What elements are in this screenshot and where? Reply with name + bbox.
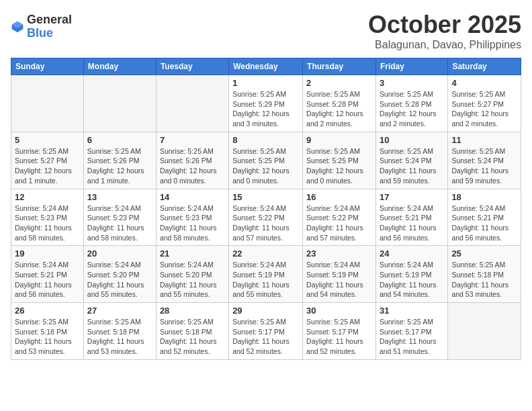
week-row-1: 1Sunrise: 5:25 AM Sunset: 5:29 PM Daylig… — [11, 75, 521, 132]
calendar-cell — [11, 75, 84, 132]
day-number: 27 — [87, 306, 152, 316]
calendar-cell: 13Sunrise: 5:24 AM Sunset: 5:23 PM Dayli… — [83, 189, 156, 246]
day-number: 18 — [451, 192, 517, 202]
calendar-cell — [448, 303, 521, 360]
day-number: 10 — [380, 135, 444, 145]
day-info: Sunrise: 5:25 AM Sunset: 5:25 PM Dayligh… — [306, 146, 372, 186]
day-number: 14 — [160, 192, 225, 202]
calendar-cell: 16Sunrise: 5:24 AM Sunset: 5:22 PM Dayli… — [303, 189, 376, 246]
calendar-cell: 19Sunrise: 5:24 AM Sunset: 5:21 PM Dayli… — [11, 246, 84, 303]
day-number: 7 — [160, 135, 225, 145]
calendar-cell: 7Sunrise: 5:25 AM Sunset: 5:26 PM Daylig… — [156, 132, 228, 189]
calendar-cell: 6Sunrise: 5:25 AM Sunset: 5:26 PM Daylig… — [83, 132, 156, 189]
day-info: Sunrise: 5:24 AM Sunset: 5:21 PM Dayligh… — [15, 260, 80, 300]
week-row-5: 26Sunrise: 5:25 AM Sunset: 5:18 PM Dayli… — [11, 303, 521, 360]
day-number: 25 — [451, 248, 517, 259]
day-number: 21 — [160, 248, 225, 259]
calendar-cell: 26Sunrise: 5:25 AM Sunset: 5:18 PM Dayli… — [11, 303, 84, 360]
calendar-cell: 12Sunrise: 5:24 AM Sunset: 5:23 PM Dayli… — [11, 189, 84, 246]
calendar-cell: 5Sunrise: 5:25 AM Sunset: 5:27 PM Daylig… — [11, 132, 84, 189]
calendar-cell: 14Sunrise: 5:24 AM Sunset: 5:23 PM Dayli… — [156, 189, 228, 246]
calendar-cell: 4Sunrise: 5:25 AM Sunset: 5:27 PM Daylig… — [448, 75, 521, 132]
day-info: Sunrise: 5:25 AM Sunset: 5:29 PM Dayligh… — [232, 89, 299, 129]
day-info: Sunrise: 5:25 AM Sunset: 5:28 PM Dayligh… — [306, 89, 372, 129]
day-number: 26 — [15, 306, 80, 316]
day-number: 24 — [380, 248, 444, 259]
day-number: 13 — [87, 192, 152, 202]
day-number: 9 — [306, 135, 372, 145]
weekday-header-friday: Friday — [375, 58, 447, 75]
day-info: Sunrise: 5:25 AM Sunset: 5:27 PM Dayligh… — [451, 89, 517, 129]
day-info: Sunrise: 5:25 AM Sunset: 5:28 PM Dayligh… — [380, 89, 444, 129]
day-number: 11 — [451, 135, 517, 145]
day-info: Sunrise: 5:24 AM Sunset: 5:22 PM Dayligh… — [232, 203, 299, 243]
weekday-header-monday: Monday — [83, 58, 156, 75]
calendar-cell: 18Sunrise: 5:24 AM Sunset: 5:21 PM Dayli… — [448, 189, 521, 246]
weekday-header-tuesday: Tuesday — [156, 58, 228, 75]
day-info: Sunrise: 5:25 AM Sunset: 5:24 PM Dayligh… — [380, 146, 444, 186]
calendar-cell: 1Sunrise: 5:25 AM Sunset: 5:29 PM Daylig… — [229, 75, 303, 132]
day-info: Sunrise: 5:25 AM Sunset: 5:27 PM Dayligh… — [15, 146, 80, 186]
calendar-cell: 20Sunrise: 5:24 AM Sunset: 5:20 PM Dayli… — [83, 246, 156, 303]
day-info: Sunrise: 5:25 AM Sunset: 5:18 PM Dayligh… — [451, 260, 517, 300]
day-info: Sunrise: 5:24 AM Sunset: 5:19 PM Dayligh… — [380, 260, 444, 300]
logo-general-text: General — [27, 13, 72, 27]
weekday-header-row: SundayMondayTuesdayWednesdayThursdayFrid… — [11, 58, 521, 75]
week-row-3: 12Sunrise: 5:24 AM Sunset: 5:23 PM Dayli… — [11, 189, 521, 246]
calendar-cell — [156, 75, 228, 132]
day-info: Sunrise: 5:24 AM Sunset: 5:20 PM Dayligh… — [160, 260, 225, 300]
day-number: 4 — [451, 78, 517, 88]
weekday-header-saturday: Saturday — [448, 58, 521, 75]
day-info: Sunrise: 5:25 AM Sunset: 5:17 PM Dayligh… — [232, 317, 299, 357]
calendar-cell: 9Sunrise: 5:25 AM Sunset: 5:25 PM Daylig… — [303, 132, 376, 189]
calendar-cell: 22Sunrise: 5:24 AM Sunset: 5:19 PM Dayli… — [229, 246, 303, 303]
week-row-2: 5Sunrise: 5:25 AM Sunset: 5:27 PM Daylig… — [11, 132, 521, 189]
calendar-cell: 31Sunrise: 5:25 AM Sunset: 5:17 PM Dayli… — [375, 303, 447, 360]
day-info: Sunrise: 5:25 AM Sunset: 5:18 PM Dayligh… — [87, 317, 152, 357]
day-number: 8 — [232, 135, 299, 145]
calendar-cell: 29Sunrise: 5:25 AM Sunset: 5:17 PM Dayli… — [229, 303, 303, 360]
calendar-cell: 23Sunrise: 5:24 AM Sunset: 5:19 PM Dayli… — [303, 246, 376, 303]
calendar-cell: 8Sunrise: 5:25 AM Sunset: 5:25 PM Daylig… — [229, 132, 303, 189]
calendar-cell: 30Sunrise: 5:25 AM Sunset: 5:17 PM Dayli… — [303, 303, 376, 360]
weekday-header-wednesday: Wednesday — [229, 58, 303, 75]
day-number: 31 — [380, 306, 444, 316]
calendar-cell: 27Sunrise: 5:25 AM Sunset: 5:18 PM Dayli… — [83, 303, 156, 360]
calendar-cell: 17Sunrise: 5:24 AM Sunset: 5:21 PM Dayli… — [375, 189, 447, 246]
title-area: October 2025 Balagunan, Davao, Philippin… — [368, 11, 521, 51]
day-number: 5 — [15, 135, 80, 145]
day-info: Sunrise: 5:24 AM Sunset: 5:20 PM Dayligh… — [87, 260, 152, 300]
logo-blue-text: Blue — [27, 27, 72, 40]
weekday-header-thursday: Thursday — [303, 58, 376, 75]
day-number: 23 — [306, 248, 372, 259]
calendar-cell: 28Sunrise: 5:25 AM Sunset: 5:18 PM Dayli… — [156, 303, 228, 360]
day-info: Sunrise: 5:25 AM Sunset: 5:17 PM Dayligh… — [380, 317, 444, 357]
calendar-cell: 10Sunrise: 5:25 AM Sunset: 5:24 PM Dayli… — [375, 132, 447, 189]
weekday-header-sunday: Sunday — [11, 58, 84, 75]
month-title: October 2025 — [368, 11, 521, 39]
day-number: 6 — [87, 135, 152, 145]
calendar-cell: 21Sunrise: 5:24 AM Sunset: 5:20 PM Dayli… — [156, 246, 228, 303]
day-number: 12 — [15, 192, 80, 202]
day-info: Sunrise: 5:24 AM Sunset: 5:19 PM Dayligh… — [232, 260, 299, 300]
day-info: Sunrise: 5:25 AM Sunset: 5:17 PM Dayligh… — [306, 317, 372, 357]
day-number: 15 — [232, 192, 299, 202]
day-info: Sunrise: 5:24 AM Sunset: 5:23 PM Dayligh… — [15, 203, 80, 243]
calendar-cell: 15Sunrise: 5:24 AM Sunset: 5:22 PM Dayli… — [229, 189, 303, 246]
calendar-cell: 25Sunrise: 5:25 AM Sunset: 5:18 PM Dayli… — [448, 246, 521, 303]
day-number: 1 — [232, 78, 299, 88]
calendar-cell: 11Sunrise: 5:25 AM Sunset: 5:24 PM Dayli… — [448, 132, 521, 189]
day-info: Sunrise: 5:25 AM Sunset: 5:24 PM Dayligh… — [451, 146, 517, 186]
logo: General Blue — [11, 13, 72, 40]
location-title: Balagunan, Davao, Philippines — [368, 39, 521, 51]
day-info: Sunrise: 5:24 AM Sunset: 5:22 PM Dayligh… — [306, 203, 372, 243]
calendar-cell — [83, 75, 156, 132]
day-number: 28 — [160, 306, 225, 316]
day-info: Sunrise: 5:24 AM Sunset: 5:21 PM Dayligh… — [380, 203, 444, 243]
day-info: Sunrise: 5:24 AM Sunset: 5:23 PM Dayligh… — [160, 203, 225, 243]
day-info: Sunrise: 5:25 AM Sunset: 5:26 PM Dayligh… — [160, 146, 225, 186]
day-info: Sunrise: 5:25 AM Sunset: 5:18 PM Dayligh… — [160, 317, 225, 357]
day-info: Sunrise: 5:24 AM Sunset: 5:19 PM Dayligh… — [306, 260, 372, 300]
week-row-4: 19Sunrise: 5:24 AM Sunset: 5:21 PM Dayli… — [11, 246, 521, 303]
day-info: Sunrise: 5:24 AM Sunset: 5:23 PM Dayligh… — [87, 203, 152, 243]
